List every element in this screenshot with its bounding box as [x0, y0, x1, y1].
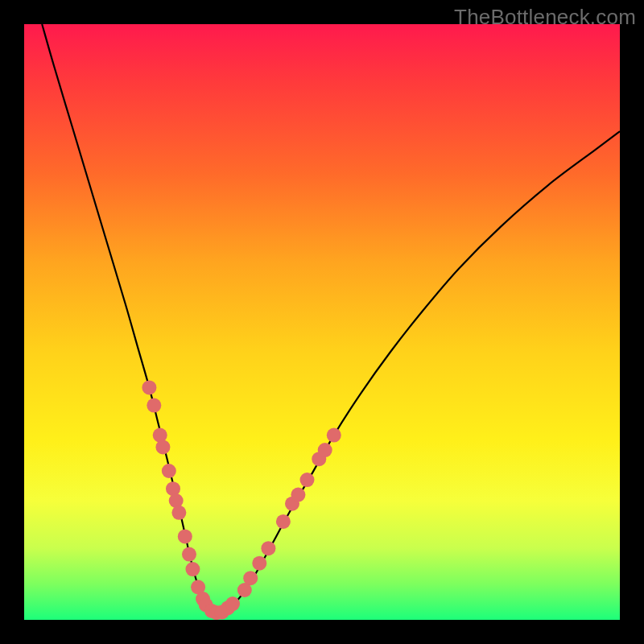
data-point: [252, 556, 266, 571]
data-point: [300, 473, 315, 487]
data-point: [162, 464, 176, 478]
plot-area: [24, 24, 620, 620]
data-point: [261, 541, 275, 555]
data-point: [142, 380, 156, 394]
data-point: [178, 529, 192, 543]
chart-svg: [24, 24, 620, 620]
data-point: [327, 428, 341, 443]
data-point: [182, 547, 196, 562]
data-point: [155, 440, 170, 454]
data-point: [318, 443, 332, 457]
bottleneck-curve: [42, 24, 620, 613]
chart-frame: TheBottleneck.com: [0, 0, 644, 644]
data-point: [291, 488, 305, 502]
data-point: [147, 398, 161, 413]
data-point: [276, 514, 291, 529]
data-point: [185, 562, 200, 576]
watermark-text: TheBottleneck.com: [454, 5, 636, 30]
data-points-group: [142, 380, 341, 620]
data-point: [243, 571, 258, 585]
data-point: [225, 597, 240, 611]
data-point: [171, 506, 186, 520]
